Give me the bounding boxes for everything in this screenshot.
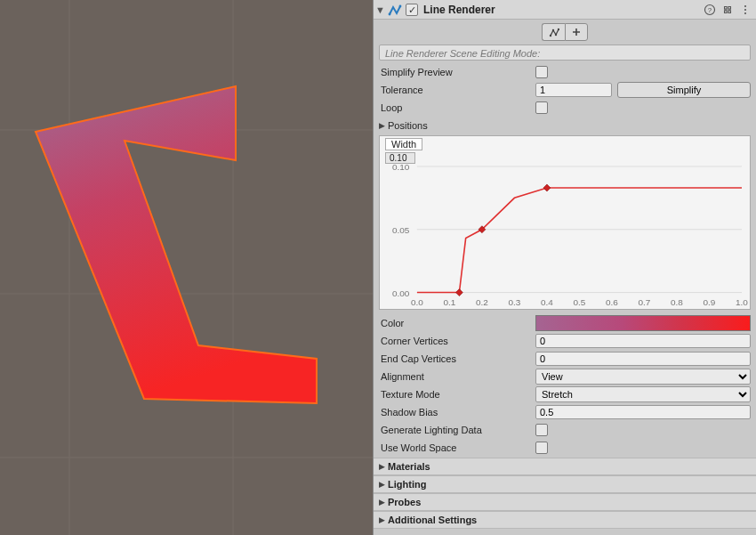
chevron-right-icon: ▶ <box>379 480 388 489</box>
probes-section[interactable]: ▶ Probes <box>374 493 756 511</box>
edit-points-button[interactable] <box>542 23 565 41</box>
positions-foldout[interactable]: ▶ Positions <box>379 118 751 134</box>
line-renderer-shape[interactable] <box>36 86 317 403</box>
texture-mode-dropdown[interactable]: Stretch <box>535 386 751 402</box>
endcap-vertices-field[interactable] <box>535 352 751 366</box>
edit-mode-strip: Line Renderer Scene Editing Mode: <box>379 45 751 61</box>
width-curve-editor[interactable]: Width 0.10 0.10 0.05 0.00 0.0 0.1 0.2 <box>379 135 751 310</box>
svg-text:1.0: 1.0 <box>736 297 748 307</box>
world-space-checkbox[interactable] <box>535 442 548 454</box>
component-title: Line Renderer <box>423 4 699 16</box>
svg-text:0.7: 0.7 <box>639 297 651 307</box>
shadow-bias-label: Shadow Bias <box>379 407 535 417</box>
positions-label: Positions <box>388 120 428 131</box>
svg-point-12 <box>549 35 551 36</box>
svg-text:?: ? <box>708 6 712 14</box>
svg-text:0.1: 0.1 <box>443 297 455 307</box>
world-space-label: Use World Space <box>379 442 535 453</box>
svg-text:0.3: 0.3 <box>508 297 520 307</box>
simplify-preview-checkbox[interactable] <box>535 66 548 78</box>
help-icon[interactable]: ? <box>703 3 717 17</box>
color-gradient-field[interactable] <box>535 315 751 331</box>
simplify-button[interactable]: Simplify <box>617 82 751 98</box>
chevron-right-icon: ▶ <box>379 462 388 471</box>
svg-point-6 <box>399 4 402 7</box>
shadow-bias-field[interactable] <box>535 405 751 419</box>
loop-label: Loop <box>379 102 535 113</box>
corner-vertices-label: Corner Vertices <box>379 336 535 346</box>
chevron-right-icon: ▶ <box>379 498 388 507</box>
svg-text:0.00: 0.00 <box>392 288 410 298</box>
tolerance-field[interactable] <box>535 83 612 97</box>
chevron-right-icon: ▶ <box>379 515 388 524</box>
component-enabled-checkbox[interactable] <box>406 4 418 16</box>
add-point-button[interactable] <box>565 23 588 41</box>
svg-point-5 <box>389 12 391 15</box>
additional-settings-section[interactable]: ▶ Additional Settings <box>374 511 756 529</box>
chevron-right-icon: ▶ <box>379 121 388 130</box>
edit-mode-tools <box>379 23 751 41</box>
gen-lighting-label: Generate Lighting Data <box>379 425 535 435</box>
materials-section[interactable]: ▶ Materials <box>374 458 756 475</box>
color-label: Color <box>379 318 535 328</box>
kebab-menu-icon[interactable] <box>738 3 752 17</box>
scene-canvas <box>0 0 373 535</box>
lighting-section[interactable]: ▶ Lighting <box>374 475 756 493</box>
line-renderer-icon <box>388 3 402 17</box>
gen-lighting-checkbox[interactable] <box>535 424 548 436</box>
svg-text:0.0: 0.0 <box>411 297 423 307</box>
svg-point-9 <box>744 5 746 7</box>
svg-point-14 <box>554 34 556 36</box>
svg-text:0.4: 0.4 <box>541 297 553 307</box>
alignment-label: Alignment <box>379 371 535 382</box>
svg-point-13 <box>551 29 553 31</box>
svg-point-11 <box>744 12 746 13</box>
loop-checkbox[interactable] <box>535 101 548 114</box>
svg-text:0.9: 0.9 <box>704 297 716 307</box>
svg-text:0.8: 0.8 <box>671 297 683 307</box>
svg-text:0.2: 0.2 <box>476 297 488 307</box>
svg-text:0.05: 0.05 <box>392 225 410 235</box>
texture-mode-label: Texture Mode <box>379 389 535 400</box>
component-header[interactable]: ▼ Line Renderer ? <box>374 0 756 20</box>
corner-vertices-field[interactable] <box>535 334 751 348</box>
component-foldout-icon[interactable]: ▼ <box>375 4 384 15</box>
svg-text:0.5: 0.5 <box>574 297 586 307</box>
presets-icon[interactable] <box>720 3 735 17</box>
tolerance-label: Tolerance <box>379 85 535 95</box>
inspector-panel: ▼ Line Renderer ? Line Renderer Scene Ed… <box>373 0 756 535</box>
simplify-preview-label: Simplify Preview <box>379 67 535 77</box>
svg-text:0.10: 0.10 <box>392 162 410 172</box>
alignment-dropdown[interactable]: View <box>535 369 751 385</box>
endcap-vertices-label: End Cap Vertices <box>379 353 535 364</box>
svg-text:0.6: 0.6 <box>606 297 618 307</box>
scene-viewport[interactable] <box>0 0 373 535</box>
svg-point-10 <box>744 8 746 10</box>
